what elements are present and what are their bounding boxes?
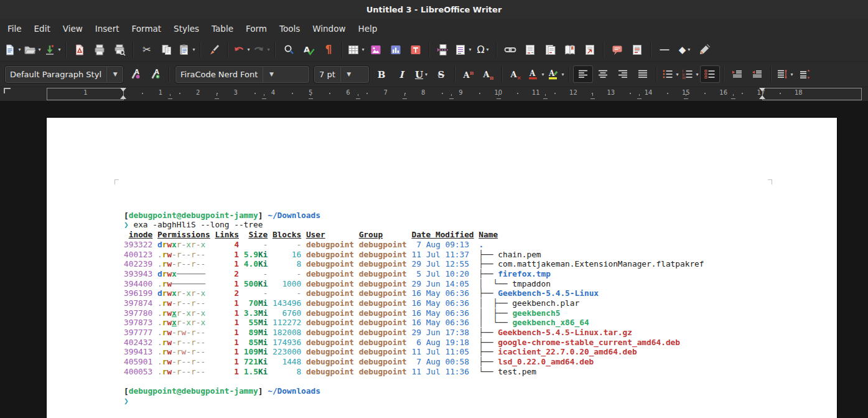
horizontal-ruler[interactable]: 1123456789101112131415161718 — [0, 87, 868, 101]
font-name-combobox-value[interactable]: FiraCode Nerd Font — [175, 66, 263, 83]
track-changes-button[interactable] — [627, 41, 647, 59]
strikethrough-button[interactable]: S — [431, 65, 451, 83]
print-button[interactable] — [90, 41, 110, 59]
insert-table-button[interactable]: ▾ — [346, 41, 366, 59]
font-name-combobox-dropdown-arrow-icon[interactable]: ▼ — [263, 66, 279, 83]
copy-button[interactable] — [157, 41, 177, 59]
dropdown-arrow-icon[interactable]: ▾ — [696, 72, 698, 77]
dropdown-arrow-icon[interactable]: ▾ — [267, 47, 269, 52]
menu-edit[interactable]: Edit — [28, 21, 57, 37]
dropdown-arrow-icon[interactable]: ▾ — [247, 47, 250, 52]
ruler-right-margin[interactable] — [762, 88, 862, 100]
menu-styles[interactable]: Styles — [167, 21, 205, 37]
dropdown-arrow-icon[interactable]: ▾ — [688, 47, 690, 52]
insert-page-break-button[interactable] — [433, 41, 453, 59]
justified-button[interactable] — [633, 65, 653, 83]
tab-stop-type-selector[interactable] — [4, 88, 11, 93]
align-center-icon — [597, 68, 609, 80]
ruler-indent-marker[interactable] — [759, 88, 765, 92]
underline-button[interactable]: U▾ — [411, 65, 431, 83]
font-name-combobox[interactable]: FiraCode Nerd Font▼ — [175, 65, 310, 83]
no-list-button[interactable] — [700, 65, 720, 83]
cut-button[interactable]: ✂ — [137, 41, 157, 59]
new-style-button[interactable]: A — [146, 65, 166, 83]
draw-functions-button[interactable] — [694, 41, 714, 59]
paragraph-style-combobox-dropdown-arrow-icon[interactable]: ▼ — [106, 66, 123, 83]
dropdown-arrow-icon[interactable]: ▾ — [425, 72, 427, 77]
font-color-button[interactable]: A▾ — [526, 65, 546, 83]
ruler-indent-marker[interactable] — [120, 88, 126, 92]
update-style-button[interactable]: A — [126, 65, 146, 83]
dropdown-arrow-icon[interactable]: ▾ — [790, 72, 793, 77]
menu-help[interactable]: Help — [352, 21, 384, 37]
insert-endnote-button[interactable] — [540, 41, 560, 59]
menu-view[interactable]: View — [57, 21, 89, 37]
save-button[interactable]: ▾ — [42, 41, 62, 59]
menu-insert[interactable]: Insert — [89, 21, 126, 37]
dropdown-arrow-icon[interactable]: ▾ — [362, 47, 364, 52]
dropdown-arrow-icon[interactable]: ▾ — [561, 72, 564, 77]
menu-form[interactable]: Form — [240, 21, 273, 37]
ruler-indent-marker[interactable] — [120, 95, 126, 99]
new-document-button[interactable]: ▾ — [2, 41, 22, 59]
basic-shapes-button[interactable]: ◆▾ — [674, 41, 694, 59]
insert-footnote-button[interactable] — [520, 41, 540, 59]
subscript-button[interactable]: AB — [478, 65, 498, 83]
ruler-number: 14 — [645, 89, 653, 96]
insert-text-box-button[interactable] — [406, 41, 426, 59]
highlight-color-button[interactable]: A▾ — [546, 65, 566, 83]
superscript-button[interactable]: AB — [459, 65, 478, 83]
insert-special-character-button[interactable]: Ω▾ — [473, 41, 493, 59]
formatting-marks-button[interactable]: ¶ — [319, 41, 338, 59]
print-preview-button[interactable] — [110, 41, 129, 59]
clone-formatting-button[interactable] — [204, 41, 224, 59]
unordered-list-button[interactable]: ▾ — [660, 65, 680, 83]
dropdown-arrow-icon[interactable]: ▾ — [676, 72, 678, 77]
dropdown-arrow-icon[interactable]: ▾ — [58, 47, 60, 52]
spelling-button[interactable]: A — [299, 41, 319, 59]
dropdown-arrow-icon[interactable]: ▾ — [38, 47, 40, 52]
open-button[interactable]: ▾ — [22, 41, 42, 59]
dropdown-arrow-icon[interactable]: ▾ — [18, 47, 21, 52]
decrease-indent-button[interactable] — [747, 65, 767, 83]
bold-button[interactable]: B — [371, 65, 391, 83]
undo-button[interactable]: ▾ — [231, 41, 251, 59]
paste-button[interactable]: ▾ — [177, 41, 197, 59]
insert-image-button[interactable] — [366, 41, 386, 59]
horizontal-line-button[interactable] — [655, 41, 674, 59]
align-center-button[interactable] — [593, 65, 613, 83]
clear-formatting-button[interactable]: A✕ — [506, 65, 526, 83]
dropdown-arrow-icon[interactable]: ▾ — [192, 47, 195, 52]
document-page[interactable]: [debugpoint@debugpoint-jammy] ~/Download… — [47, 118, 837, 418]
insert-hyperlink-button[interactable] — [500, 41, 520, 59]
menu-tools[interactable]: Tools — [273, 21, 306, 37]
paragraph-style-combobox[interactable]: Default Paragraph Styl▼ — [4, 65, 124, 83]
insert-bookmark-button[interactable] — [560, 41, 580, 59]
insert-comment-button[interactable] — [607, 41, 627, 59]
menu-file[interactable]: File — [1, 21, 28, 37]
font-size-combobox[interactable]: 7 pt▼ — [314, 65, 370, 83]
menu-window[interactable]: Window — [306, 21, 352, 37]
ruler-indent-marker[interactable] — [759, 95, 765, 99]
menu-format[interactable]: Format — [126, 21, 168, 37]
terminal-output-text[interactable]: [debugpoint@debugpoint-jammy] ~/Download… — [124, 211, 704, 406]
menu-table[interactable]: Table — [205, 21, 240, 37]
line-spacing-button[interactable]: ▾ — [775, 65, 795, 83]
font-size-combobox-dropdown-arrow-icon[interactable]: ▼ — [340, 66, 357, 83]
align-right-button[interactable] — [613, 65, 633, 83]
italic-button[interactable]: I — [391, 65, 411, 83]
insert-field-button[interactable]: ▾ — [453, 41, 473, 59]
font-size-combobox-value[interactable]: 7 pt — [314, 66, 340, 83]
increase-indent-button[interactable] — [727, 65, 747, 83]
export-pdf-button[interactable] — [70, 41, 90, 59]
paragraph-style-combobox-value[interactable]: Default Paragraph Styl — [5, 66, 106, 83]
insert-chart-button[interactable] — [386, 41, 406, 59]
dropdown-arrow-icon[interactable]: ▾ — [541, 72, 544, 77]
dropdown-arrow-icon[interactable]: ▾ — [469, 47, 471, 52]
align-left-button[interactable] — [573, 65, 593, 83]
paragraph-spacing-button[interactable] — [795, 65, 814, 83]
insert-cross-reference-button[interactable] — [580, 41, 600, 59]
dropdown-arrow-icon[interactable]: ▾ — [487, 47, 489, 52]
ordered-list-button[interactable]: IIIIII▾ — [680, 65, 700, 83]
find-and-replace-button[interactable] — [279, 41, 299, 59]
